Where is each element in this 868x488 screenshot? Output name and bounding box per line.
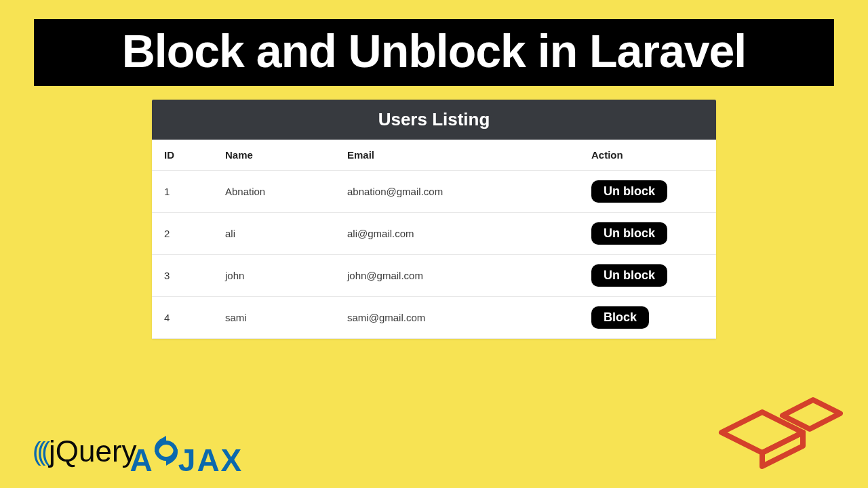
- col-email: Email: [335, 140, 579, 171]
- laravel-logo-icon: [715, 385, 844, 476]
- page-title: Block and Unblock in Laravel: [47, 27, 821, 75]
- svg-marker-6: [762, 432, 803, 466]
- jquery-waves-icon: (((: [33, 437, 46, 466]
- unblock-button[interactable]: Un block: [591, 264, 667, 287]
- cell-email: abnation@gmail.com: [335, 171, 579, 213]
- refresh-icon: [154, 436, 178, 471]
- cell-action: Block: [579, 297, 716, 339]
- table-row: 1 Abnation abnation@gmail.com Un block: [152, 171, 716, 213]
- cell-name: Abnation: [213, 171, 335, 213]
- ajax-logo: A JAX: [130, 442, 243, 479]
- users-panel: Users Listing ID Name Email Action 1 Abn…: [152, 100, 716, 339]
- col-action: Action: [579, 140, 716, 171]
- users-table: ID Name Email Action 1 Abnation abnation…: [152, 140, 716, 339]
- cell-id: 1: [152, 171, 213, 213]
- tech-logos: ((( jQuery A JAX: [33, 424, 243, 479]
- jquery-text: jQuery: [49, 434, 137, 468]
- cell-email: sami@gmail.com: [335, 297, 579, 339]
- cell-action: Un block: [579, 213, 716, 255]
- col-id: ID: [152, 140, 213, 171]
- cell-name: sami: [213, 297, 335, 339]
- cell-id: 4: [152, 297, 213, 339]
- ajax-a: A: [130, 442, 154, 479]
- table-row: 3 john john@gmail.com Un block: [152, 255, 716, 297]
- unblock-button[interactable]: Un block: [591, 180, 667, 203]
- block-button[interactable]: Block: [591, 306, 649, 329]
- ajax-jax: JAX: [178, 442, 243, 479]
- cell-action: Un block: [579, 171, 716, 213]
- unblock-button[interactable]: Un block: [591, 222, 667, 245]
- panel-header: Users Listing: [152, 100, 716, 140]
- cell-id: 2: [152, 213, 213, 255]
- table-row: 4 sami sami@gmail.com Block: [152, 297, 716, 339]
- cell-name: ali: [213, 213, 335, 255]
- cell-id: 3: [152, 255, 213, 297]
- cell-email: ali@gmail.com: [335, 213, 579, 255]
- cell-name: john: [213, 255, 335, 297]
- jquery-logo: ((( jQuery: [33, 434, 137, 468]
- cell-email: john@gmail.com: [335, 255, 579, 297]
- title-bar: Block and Unblock in Laravel: [34, 19, 834, 86]
- table-header-row: ID Name Email Action: [152, 140, 716, 171]
- col-name: Name: [213, 140, 335, 171]
- cell-action: Un block: [579, 255, 716, 297]
- table-row: 2 ali ali@gmail.com Un block: [152, 213, 716, 255]
